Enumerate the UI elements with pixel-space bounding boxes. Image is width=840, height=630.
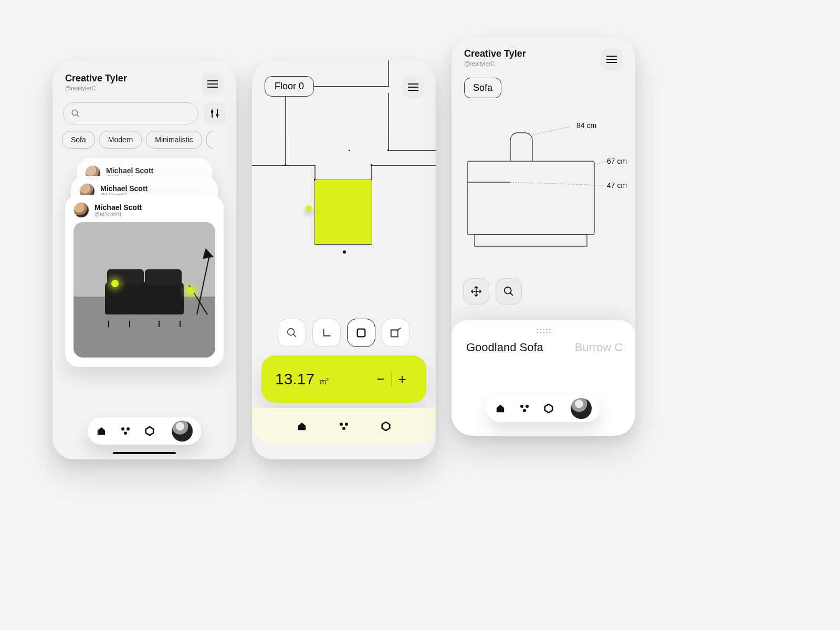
- user-handle: @realtylerC: [464, 60, 526, 67]
- svg-marker-24: [545, 404, 552, 413]
- chip-sofa[interactable]: Sofa: [62, 131, 95, 149]
- bottom-nav: [88, 417, 201, 445]
- svg-rect-11: [349, 150, 350, 151]
- nav-home[interactable]: [96, 426, 107, 436]
- card-stack: Michael Scott @MScott01 Michael Scott @M…: [52, 158, 236, 389]
- nav-group[interactable]: [339, 421, 349, 432]
- author-handle: @MScott01: [94, 212, 142, 217]
- tool-row: [252, 319, 436, 347]
- hotspot-lamp[interactable]: [187, 287, 194, 295]
- dots-icon: [120, 427, 131, 435]
- nav-home[interactable]: [297, 421, 307, 432]
- chip-minimalistic[interactable]: Minimalistic: [146, 131, 202, 149]
- chip-modern[interactable]: Modern: [99, 131, 142, 149]
- svg-point-4: [127, 427, 130, 430]
- selected-room[interactable]: [315, 180, 372, 244]
- dots-icon: [339, 422, 349, 430]
- bottom-sheet[interactable]: Goodland Sofa Burrow C: [452, 320, 635, 436]
- user-block: Creative Tyler @realtylerC: [464, 48, 526, 67]
- hamburger-icon: [207, 80, 218, 88]
- move-icon: [470, 286, 482, 297]
- room-icon: [390, 327, 402, 339]
- dimension-low: 47 cm: [607, 181, 627, 190]
- hotspot-sofa[interactable]: [111, 280, 119, 287]
- menu-button[interactable]: [202, 73, 224, 95]
- area-number: 13.17: [275, 370, 314, 387]
- product-carousel[interactable]: Goodland Sofa Burrow C: [452, 341, 635, 354]
- tool-room[interactable]: [382, 319, 410, 347]
- hamburger-icon: [408, 83, 418, 91]
- nav-home[interactable]: [495, 403, 506, 414]
- menu-button[interactable]: [601, 48, 623, 70]
- home-indicator: [113, 452, 176, 454]
- corner-icon: [321, 327, 332, 339]
- product-item-active[interactable]: Goodland Sofa: [466, 341, 543, 354]
- user-block: Creative Tyler @realtylerC: [65, 73, 127, 91]
- floorplan-canvas[interactable]: [252, 60, 436, 312]
- svg-point-23: [523, 409, 526, 412]
- screen-product: Creative Tyler @realtylerC Sofa 84 cm 67…: [452, 37, 635, 436]
- product-tag[interactable]: Sofa: [464, 78, 501, 98]
- hex-icon: [145, 426, 154, 436]
- user-handle: @realtylerC: [65, 85, 127, 91]
- nav-profile[interactable]: [571, 398, 592, 419]
- author-name: Michael Scott: [100, 184, 148, 193]
- filter-button[interactable]: [204, 102, 226, 124]
- location-marker[interactable]: [306, 205, 312, 212]
- hex-icon: [544, 404, 553, 413]
- nav-group[interactable]: [519, 403, 530, 414]
- svg-point-21: [520, 405, 523, 408]
- sofa-technical-icon: [452, 103, 635, 277]
- nav-settings[interactable]: [381, 421, 391, 432]
- svg-point-2: [216, 114, 219, 117]
- spec-drawing[interactable]: 84 cm 67 cm 47 cm: [452, 103, 635, 277]
- sliders-icon: [210, 109, 219, 118]
- search-icon: [71, 109, 80, 118]
- svg-rect-7: [285, 164, 286, 166]
- nav-profile[interactable]: [172, 421, 193, 442]
- area-plus[interactable]: +: [392, 371, 413, 387]
- svg-point-14: [340, 423, 343, 426]
- post-image[interactable]: [74, 222, 215, 358]
- area-value: 13.17 m2: [275, 370, 329, 388]
- tool-corner[interactable]: [312, 319, 341, 347]
- tool-search[interactable]: [496, 278, 522, 304]
- avatar: [74, 202, 89, 218]
- svg-rect-9: [371, 164, 372, 166]
- search-icon: [286, 327, 298, 339]
- floor-label[interactable]: Floor 0: [265, 76, 314, 97]
- home-icon: [97, 426, 106, 436]
- user-name: Creative Tyler: [464, 48, 526, 59]
- search-row: [52, 102, 236, 131]
- dimension-mid: 67 cm: [607, 157, 627, 165]
- bottom-nav: [487, 395, 600, 422]
- square-icon: [355, 327, 367, 339]
- svg-point-5: [124, 432, 127, 435]
- nav-settings[interactable]: [144, 426, 155, 436]
- author-name: Michael Scott: [106, 166, 153, 175]
- bottom-nav: [252, 408, 436, 445]
- tool-rectangle[interactable]: [347, 319, 375, 347]
- nav-settings[interactable]: [543, 403, 554, 414]
- nav-group[interactable]: [120, 426, 131, 436]
- product-item-next[interactable]: Burrow C: [575, 341, 623, 354]
- hamburger-icon: [606, 56, 617, 63]
- post-card[interactable]: Michael Scott @MScott01: [65, 195, 224, 367]
- svg-point-1: [211, 111, 214, 113]
- svg-rect-13: [358, 329, 365, 337]
- tool-move[interactable]: [463, 278, 489, 304]
- chip-more[interactable]: [206, 131, 214, 149]
- hex-icon: [381, 422, 391, 431]
- search-input[interactable]: [63, 102, 198, 124]
- svg-marker-6: [146, 427, 153, 435]
- drag-handle-icon[interactable]: [536, 329, 551, 333]
- search-icon: [503, 286, 514, 297]
- svg-point-22: [526, 405, 529, 408]
- svg-marker-17: [382, 422, 390, 430]
- tool-search[interactable]: [278, 319, 306, 347]
- home-icon: [496, 404, 505, 413]
- area-minus[interactable]: −: [370, 371, 391, 387]
- dots-icon: [519, 404, 530, 413]
- menu-button[interactable]: [402, 76, 424, 98]
- svg-point-3: [121, 427, 124, 430]
